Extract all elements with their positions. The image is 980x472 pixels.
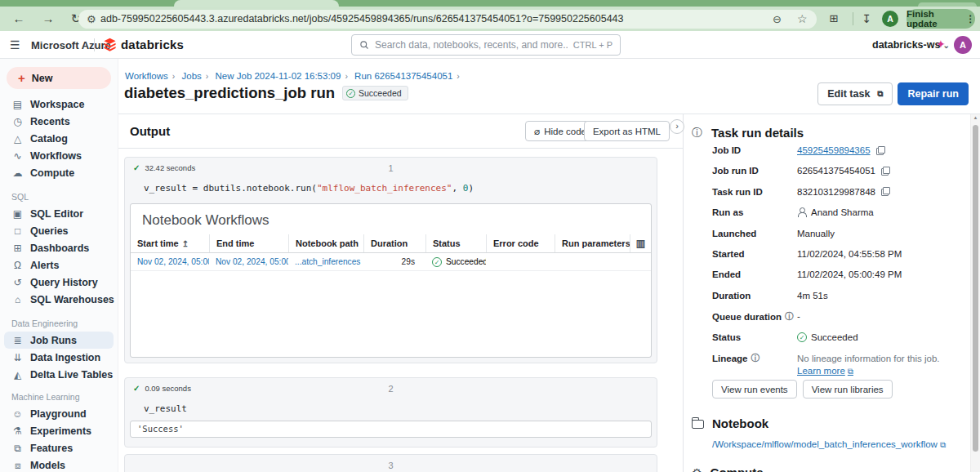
sidebar-item-workflows[interactable]: ∿Workflows	[0, 147, 118, 164]
sidebar-item-sql-editor[interactable]: ▣SQL Editor	[0, 205, 118, 222]
cell-code[interactable]: v_result	[144, 403, 657, 414]
column-settings-cell[interactable]: ▥	[630, 234, 651, 252]
notebook-path-link[interactable]: /Workspace/mlflow/model_batch_inferences…	[712, 439, 946, 449]
breadcrumb-workflows[interactable]: Workflows	[125, 71, 168, 81]
browser-tab[interactable]	[174, 0, 339, 7]
sidebar-item-models[interactable]: ⧈Models	[0, 456, 118, 472]
playground-icon: ☺	[11, 408, 24, 420]
user-avatar[interactable]: A	[954, 36, 972, 54]
field-queue-duration: Queue durationⓘ -	[712, 311, 969, 332]
databricks-logo-icon[interactable]	[103, 38, 117, 55]
sidebar-item-data-ingestion[interactable]: ⇊Data Ingestion	[0, 349, 118, 366]
hamburger-menu-icon[interactable]: ☰	[10, 38, 20, 51]
extensions-icon[interactable]: ⊞	[825, 7, 843, 31]
url-text[interactable]: adb-759950225605443.3.azuredatabricks.ne…	[100, 10, 762, 29]
back-icon[interactable]: ←	[10, 7, 28, 31]
field-launched: Launched Manually	[712, 229, 969, 249]
forward-icon[interactable]: →	[39, 7, 57, 31]
breadcrumb-jobs[interactable]: Jobs	[182, 71, 202, 81]
toolbar-divider	[853, 12, 853, 25]
browser-profile-avatar[interactable]: A	[882, 11, 898, 27]
cell-code[interactable]: v_result = dbutils.notebook.run("mlflow_…	[144, 183, 657, 194]
downloads-icon[interactable]: ↧	[858, 7, 875, 31]
col-duration[interactable]: Duration	[363, 234, 425, 252]
sidebar-item-alerts[interactable]: ΩAlerts	[0, 256, 118, 274]
col-end-time[interactable]: End time	[209, 234, 288, 252]
copy-icon[interactable]	[881, 187, 890, 196]
job-id-link[interactable]: 45925459894365	[797, 145, 871, 155]
sql-warehouses-icon: ⌂	[11, 294, 24, 305]
copy-icon[interactable]	[876, 146, 885, 155]
vertical-scrollbar[interactable]: ▲	[970, 114, 980, 472]
info-icon[interactable]: ⓘ	[751, 353, 760, 364]
models-icon: ⧈	[11, 460, 24, 471]
sidebar-item-experiments[interactable]: ⚗Experiments	[0, 422, 118, 439]
global-search[interactable]: CTRL + P	[351, 34, 621, 56]
new-button[interactable]: + New	[7, 67, 111, 89]
search-input[interactable]	[375, 39, 568, 51]
browser-menu-icon[interactable]: ⋮	[966, 13, 976, 24]
col-run-parameters[interactable]: Run parameters	[555, 234, 630, 252]
cell-duration: 32.42 seconds	[145, 163, 195, 172]
cell-duration: 0.09 seconds	[145, 384, 191, 393]
sidebar-item-dashboards[interactable]: ⊞Dashboards	[0, 239, 118, 256]
plus-icon: +	[18, 71, 25, 85]
sidebar: + New ▤Workspace ◷Recents △Catalog ∿Work…	[0, 59, 118, 472]
address-bar[interactable]: ⚙ adb-759950225605443.3.azuredatabricks.…	[78, 10, 817, 29]
site-settings-icon[interactable]: ⚙	[87, 10, 96, 29]
notebook-cell-2: ✓0.09 seconds 2 v_result 'Success'	[124, 377, 657, 448]
breadcrumb-run-id[interactable]: Run 626541375454051	[354, 71, 452, 81]
sidebar-item-catalog[interactable]: △Catalog	[0, 130, 118, 147]
field-duration: Duration 4m 51s	[712, 291, 969, 311]
export-as-html-button[interactable]: Export as HTML	[584, 121, 670, 141]
sidebar-item-query-history[interactable]: ↺Query History	[0, 274, 118, 291]
sidebar-item-delta-live-tables[interactable]: ◭Delta Live Tables	[0, 366, 118, 383]
run-notebook-path-link[interactable]: ...atch_inferences	[295, 257, 360, 266]
col-start-time[interactable]: Start time↥	[131, 234, 209, 252]
sidebar-item-compute[interactable]: ☁Compute	[0, 164, 118, 181]
recents-icon: ◷	[11, 116, 24, 127]
search-shortcut-hint: CTRL + P	[573, 40, 612, 50]
breadcrumb-job-name[interactable]: New Job 2024-11-02 16:53:09	[216, 71, 341, 81]
data-ingestion-icon: ⇊	[11, 352, 24, 363]
nav-divider	[94, 38, 95, 51]
eye-off-icon: ⌀	[534, 126, 540, 137]
databricks-wordmark[interactable]: databricks	[121, 38, 184, 51]
field-started: Started 11/02/2024, 04:55:58 PM	[712, 249, 969, 269]
sidebar-item-workspace[interactable]: ▤Workspace	[0, 96, 118, 113]
details-heading: Task run details	[711, 125, 804, 141]
learn-more-link[interactable]: Learn more⧉	[797, 365, 969, 377]
sidebar-item-sql-warehouses[interactable]: ⌂SQL Warehouses	[0, 291, 118, 308]
field-lineage: Lineageⓘ No lineage information for this…	[712, 353, 969, 379]
zoom-out-icon[interactable]: ⊖	[773, 10, 782, 29]
sidebar-item-queries[interactable]: □Queries	[0, 222, 118, 239]
query-history-icon: ↺	[11, 277, 24, 288]
sidebar-item-job-runs[interactable]: ≣Job Runs	[4, 332, 114, 349]
finish-update-button[interactable]: Finish update ⋮	[906, 9, 975, 29]
sidebar-item-playground[interactable]: ☺Playground	[0, 405, 118, 422]
edit-task-button[interactable]: Edit task⧉	[817, 82, 893, 105]
repair-run-button[interactable]: Repair run	[898, 82, 969, 105]
columns-icon[interactable]: ▥	[636, 238, 645, 249]
assistant-sparkle-icon[interactable]: ✦	[936, 38, 946, 51]
sidebar-item-features[interactable]: ⧉Features	[0, 439, 118, 456]
notebook-workflows-title: Notebook Workflows	[142, 212, 651, 229]
run-end-time-link[interactable]: Nov 02, 2024, 05:00 PM	[216, 257, 288, 266]
bookmark-star-icon[interactable]: ☆	[797, 10, 808, 29]
scroll-up-arrow-icon[interactable]: ▲	[971, 115, 980, 120]
col-notebook-path[interactable]: Notebook path	[288, 234, 363, 252]
info-icon[interactable]: ⓘ	[785, 311, 794, 323]
col-error-code[interactable]: Error code	[486, 234, 555, 252]
view-run-libraries-button[interactable]: View run libraries	[803, 380, 893, 399]
col-status[interactable]: Status	[425, 234, 486, 252]
workflow-table-row: Nov 02, 2024, 05:00 PM Nov 02, 2024, 05:…	[131, 253, 651, 271]
notebook-heading: Notebook	[712, 416, 768, 430]
microsoft-azure-label: Microsoft Azure	[31, 39, 111, 51]
run-start-time-link[interactable]: Nov 02, 2024, 05:00 PM	[137, 257, 209, 266]
copy-icon[interactable]	[881, 167, 890, 176]
collapse-panel-chevron-icon[interactable]: ›	[670, 119, 684, 134]
sort-ascending-icon[interactable]: ↥	[182, 239, 189, 248]
sidebar-item-recents[interactable]: ◷Recents	[0, 113, 118, 130]
scrollbar-thumb[interactable]	[973, 125, 978, 452]
view-run-events-button[interactable]: View run events	[712, 380, 797, 399]
